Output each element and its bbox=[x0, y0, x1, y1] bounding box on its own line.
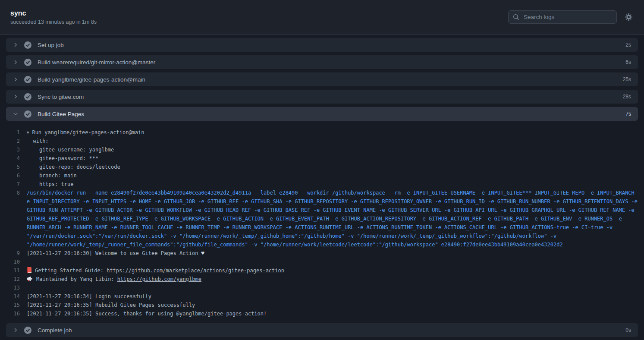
success-check-icon bbox=[24, 93, 31, 101]
step-name: Sync to gitee.com bbox=[38, 94, 618, 100]
log-line: 6 branch: main bbox=[0, 171, 644, 180]
chevron-right-icon bbox=[13, 60, 18, 65]
success-check-icon bbox=[24, 41, 31, 49]
log-link[interactable]: https://github.com/yanglbme bbox=[117, 276, 201, 282]
log-line: 13 bbox=[0, 283, 644, 292]
chevron-right-icon bbox=[13, 94, 18, 99]
log-line-number[interactable]: 11 bbox=[0, 266, 27, 275]
log-text-content: [2021-11-27 20:16:34] Login successfully bbox=[27, 293, 151, 299]
heart-icon: ♥ bbox=[201, 250, 204, 256]
log-line-number[interactable]: 5 bbox=[0, 163, 27, 171]
step-log: 1▼Run yanglbme/gitee-pages-action@main2 … bbox=[0, 124, 644, 323]
log-line-text: gitee-repo: doocs/leetcode bbox=[27, 163, 644, 171]
step-row-build-wearerequired-git-mirror-action-master[interactable]: Build wearerequired/git-mirror-action@ma… bbox=[6, 55, 638, 69]
step-row-complete-job[interactable]: Complete job0s bbox=[6, 323, 638, 337]
log-line-text: https: true bbox=[27, 180, 644, 189]
log-text-content: https: true bbox=[27, 181, 73, 187]
log-line: 4 gitee-password: *** bbox=[0, 154, 644, 163]
search-input[interactable] bbox=[523, 13, 612, 21]
log-line: 1▼Run yanglbme/gitee-pages-action@main bbox=[0, 128, 644, 137]
step-duration: 0s bbox=[625, 327, 631, 333]
settings-gear-icon[interactable] bbox=[624, 12, 634, 22]
log-line: 12Maintained by Yang Libin: https://gith… bbox=[0, 275, 644, 283]
group-toggle-icon[interactable]: ▼ bbox=[27, 130, 29, 135]
log-line-number[interactable]: 10 bbox=[0, 258, 27, 266]
log-line-text: [2021-11-27 20:16:35] Success, thanks fo… bbox=[27, 309, 644, 318]
step-name: Build yanglbme/gitee-pages-action@main bbox=[38, 76, 618, 83]
job-status-subtitle: succeeded 13 minutes ago in 1m 8s bbox=[10, 19, 97, 25]
step-duration: 7s bbox=[625, 111, 631, 117]
step-duration: 2s bbox=[625, 42, 631, 48]
log-line-number[interactable]: 7 bbox=[0, 180, 27, 189]
log-text-content: [2021-11-27 20:16:35] Success, thanks fo… bbox=[27, 311, 267, 317]
log-line: 5 gitee-repo: doocs/leetcode bbox=[0, 163, 644, 171]
step-name: Set up job bbox=[38, 42, 620, 48]
step-name: Build Gitee Pages bbox=[38, 111, 620, 117]
step-row-build-yanglbme-gitee-pages-action-main[interactable]: Build yanglbme/gitee-pages-action@main25… bbox=[6, 72, 638, 86]
chevron-right-icon bbox=[13, 77, 18, 82]
log-line-text: ▼Run yanglbme/gitee-pages-action@main bbox=[27, 128, 644, 137]
log-line-text: [2021-11-27 20:16:34] Login successfully bbox=[27, 292, 644, 301]
search-icon bbox=[513, 14, 519, 20]
log-line-text bbox=[27, 283, 644, 292]
log-line-number[interactable]: 16 bbox=[0, 309, 27, 318]
log-line-number[interactable]: 15 bbox=[0, 301, 27, 309]
log-line-number[interactable]: 8 bbox=[0, 189, 27, 249]
step-duration: 25s bbox=[623, 76, 631, 82]
log-line-number[interactable]: 12 bbox=[0, 275, 27, 283]
log-line: 3 gitee-username: yanglbme bbox=[0, 145, 644, 154]
log-line: 14[2021-11-27 20:16:34] Login successful… bbox=[0, 292, 644, 301]
log-line: 8/usr/bin/docker run --name e28490f27de0… bbox=[0, 189, 644, 249]
page-title: sync bbox=[10, 9, 97, 17]
success-check-icon bbox=[24, 76, 31, 83]
log-line: 9[2021-11-27 20:16:30] Welcome to use Gi… bbox=[0, 249, 644, 258]
chevron-right-icon bbox=[13, 327, 18, 333]
success-check-icon bbox=[24, 327, 31, 334]
log-line: 10 bbox=[0, 258, 644, 266]
log-text-content: with: bbox=[27, 138, 49, 144]
log-link[interactable]: https://github.com/marketplace/actions/g… bbox=[107, 268, 284, 274]
chevron-right-icon bbox=[13, 42, 18, 47]
step-name: Build wearerequired/git-mirror-action@ma… bbox=[38, 59, 620, 66]
log-line-text: gitee-username: yanglbme bbox=[27, 145, 644, 154]
log-line-number[interactable]: 14 bbox=[0, 292, 27, 301]
megaphone-icon bbox=[27, 276, 33, 282]
log-line-number[interactable]: 3 bbox=[0, 145, 27, 154]
log-line-number[interactable]: 1 bbox=[0, 128, 27, 137]
book-icon bbox=[27, 267, 31, 273]
log-text-content: /usr/bin/docker run --name e28490f27de0e… bbox=[27, 190, 641, 248]
step-row-set-up-job[interactable]: Set up job2s bbox=[6, 38, 638, 52]
log-line-number[interactable]: 13 bbox=[0, 283, 27, 292]
log-line-text: gitee-password: *** bbox=[27, 154, 644, 163]
log-text-content: [2021-11-27 20:16:30] Welcome to use Git… bbox=[27, 250, 201, 256]
log-line-number[interactable]: 6 bbox=[0, 171, 27, 180]
log-text-content: gitee-password: *** bbox=[27, 155, 98, 161]
job-header: sync succeeded 13 minutes ago in 1m 8s bbox=[0, 0, 644, 35]
log-line: 2 with: bbox=[0, 137, 644, 145]
log-line-text: branch: main bbox=[27, 171, 644, 180]
log-line-text: /usr/bin/docker run --name e28490f27de0e… bbox=[27, 189, 644, 249]
log-line: 15[2021-11-27 20:16:35] Rebuild Gitee Pa… bbox=[0, 301, 644, 309]
log-line: 16[2021-11-27 20:16:35] Success, thanks … bbox=[0, 309, 644, 318]
log-text-content: Getting Started Guide: bbox=[35, 268, 107, 274]
log-line: 11Getting Started Guide: https://github.… bbox=[0, 266, 644, 275]
log-line-number[interactable]: 4 bbox=[0, 154, 27, 163]
log-line-number[interactable]: 2 bbox=[0, 137, 27, 145]
log-line-number[interactable]: 9 bbox=[0, 249, 27, 258]
log-line-text: [2021-11-27 20:16:35] Rebuild Gitee Page… bbox=[27, 301, 644, 309]
log-search-box[interactable] bbox=[508, 10, 617, 24]
log-line-text bbox=[27, 258, 644, 266]
log-text-content: branch: main bbox=[27, 173, 77, 179]
step-row-build-gitee-pages[interactable]: Build Gitee Pages7s bbox=[6, 107, 638, 121]
log-line-text: Getting Started Guide: https://github.co… bbox=[27, 266, 644, 275]
log-text-content: gitee-username: yanglbme bbox=[27, 147, 114, 153]
log-line-text: Maintained by Yang Libin: https://github… bbox=[27, 275, 644, 283]
success-check-icon bbox=[24, 59, 31, 66]
step-row-sync-to-gitee-com[interactable]: Sync to gitee.com28s bbox=[6, 90, 638, 104]
log-text-content: Maintained by Yang Libin: bbox=[36, 276, 117, 282]
step-name: Complete job bbox=[38, 327, 620, 334]
chevron-down-icon bbox=[13, 111, 18, 116]
steps-list: Set up job2sBuild wearerequired/git-mirr… bbox=[0, 35, 644, 337]
log-line: 7 https: true bbox=[0, 180, 644, 189]
step-duration: 28s bbox=[623, 94, 631, 100]
